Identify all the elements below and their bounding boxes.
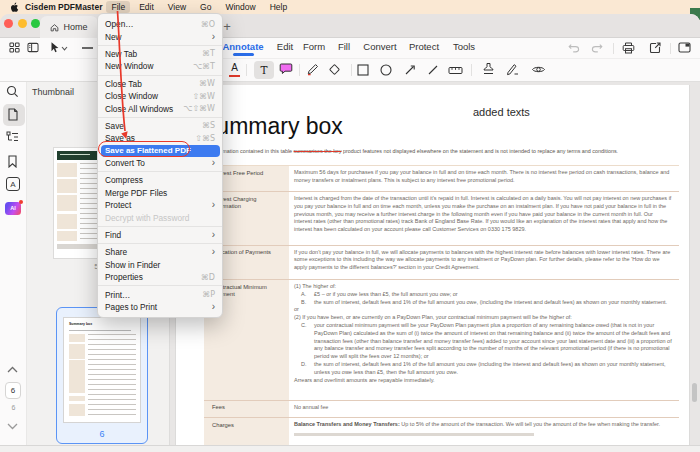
menu-item-compress[interactable]: Compress — [98, 174, 222, 186]
grid-view-icon[interactable] — [9, 42, 20, 53]
menu-item-show-in-finder[interactable]: Show in Finder — [98, 259, 222, 271]
minimize-window-button[interactable] — [18, 19, 27, 28]
page-thumbnails-icon[interactable] — [7, 108, 19, 121]
ribbon-tab-form[interactable]: Form — [303, 41, 325, 52]
menu-item-save[interactable]: Save⌘S — [98, 120, 222, 132]
apple-logo-icon[interactable] — [10, 2, 19, 13]
annotation-list-icon[interactable]: A — [6, 177, 20, 191]
outline-icon[interactable] — [6, 131, 19, 143]
ribbon-tab-annotate[interactable]: Annotate — [222, 41, 263, 52]
ribbon-tab-edit[interactable]: Edit — [277, 41, 293, 52]
menu-item-new-window[interactable]: New Window⌥⌘T — [98, 60, 222, 72]
thumbnail-panel-title: Thumbnail — [32, 87, 74, 97]
menubar-item-go[interactable]: Go — [195, 1, 216, 13]
share-icon[interactable] — [649, 42, 661, 54]
menu-item-close-window[interactable]: Close Window⇧⌘W — [98, 90, 222, 102]
home-icon — [50, 23, 59, 32]
table-row: Charges Balance Transfers and Money Tran… — [204, 418, 679, 446]
thumbnail-page-6-label: 6 — [56, 429, 148, 439]
ribbon-tab-protect[interactable]: Protect — [409, 41, 439, 52]
add-text-tool[interactable]: T — [254, 61, 274, 79]
table-row: Contractual Minimum Payment (1) The high… — [204, 280, 679, 401]
menubar-item-edit[interactable]: Edit — [134, 1, 159, 13]
page-total-label: 6 — [0, 404, 27, 411]
eraser-icon[interactable] — [328, 63, 341, 76]
line-shape-icon[interactable] — [427, 64, 439, 76]
ellipse-shape-icon[interactable] — [380, 64, 392, 76]
menubar-item-file[interactable]: File — [106, 1, 130, 13]
select-cursor-tool[interactable] — [49, 41, 60, 54]
signature-icon[interactable] — [505, 62, 520, 76]
pdf-page: added texts Summary box The information … — [175, 85, 690, 446]
menu-item-new[interactable]: New› — [98, 30, 222, 42]
pencil-icon[interactable] — [306, 62, 320, 76]
menubar-item-window[interactable]: Window — [220, 1, 260, 13]
measure-ruler-icon[interactable] — [448, 66, 463, 75]
bookmark-icon[interactable] — [7, 155, 18, 168]
annotate-active-underline — [233, 53, 254, 56]
file-menu: Open…⌘O New› New Tab⌘T New Window⌥⌘T Clo… — [97, 13, 223, 318]
table-row: Interest Free Period Maximum 56 days for… — [204, 166, 679, 192]
stamp-icon[interactable] — [482, 62, 495, 76]
undo-icon[interactable] — [568, 43, 580, 53]
arrow-shape-icon[interactable] — [404, 64, 416, 76]
menu-item-open[interactable]: Open…⌘O — [98, 18, 222, 30]
ribbon-tab-fill[interactable]: Fill — [338, 41, 350, 52]
menu-item-properties[interactable]: Properties⌘D — [98, 271, 222, 283]
red-highlight-oval — [98, 141, 190, 157]
tab-home-label: Home — [63, 22, 87, 32]
menu-item-find[interactable]: Find› — [98, 229, 222, 241]
show-hide-eye-icon[interactable] — [531, 64, 546, 75]
menubar-item-view[interactable]: View — [163, 1, 191, 13]
table-row: Fees No annual fee — [204, 401, 679, 419]
page-number-input[interactable]: 6 — [5, 382, 21, 399]
document-intro: The information contained in this table … — [201, 148, 618, 154]
zoom-out-button[interactable] — [82, 47, 93, 49]
ribbon-tab-convert[interactable]: Convert — [363, 41, 396, 52]
zoom-window-button[interactable] — [31, 19, 40, 28]
previous-page-chevron-icon[interactable] — [6, 366, 19, 374]
strikethrough-annotation: summarises the key — [294, 148, 342, 154]
sidebar-rail: A AI 6 6 — [0, 82, 27, 445]
menubar-item-help[interactable]: Help — [265, 1, 292, 13]
screen: Cisdem PDFMaster File Edit View Go Windo… — [0, 0, 700, 452]
summary-table: Interest Free Period Maximum 56 days for… — [204, 165, 679, 446]
close-window-button[interactable] — [4, 19, 13, 28]
menu-item-merge-pdf-files[interactable]: Merge PDF Files — [98, 187, 222, 199]
menu-item-pages-to-print[interactable]: Pages to Print› — [98, 301, 222, 313]
rectangle-shape-icon[interactable] — [357, 64, 369, 76]
vertical-scrollbar-thumb[interactable] — [692, 383, 697, 402]
menu-item-convert-to[interactable]: Convert To› — [98, 157, 222, 169]
menubar: Cisdem PDFMaster File Edit View Go Windo… — [0, 0, 700, 14]
menu-item-protect[interactable]: Protect› — [98, 199, 222, 211]
app-name: Cisdem PDFMaster — [25, 2, 102, 12]
menu-item-close-tab[interactable]: Close Tab⌘W — [98, 78, 222, 90]
thumbnail-page-6[interactable]: Summary box — [63, 317, 141, 423]
ai-tools-icon[interactable]: AI — [5, 202, 21, 215]
cursor-dropdown-chevron-icon[interactable] — [61, 46, 68, 51]
menu-item-new-tab[interactable]: New Tab⌘T — [98, 48, 222, 60]
menu-item-close-all-windows[interactable]: Close All Windows⌥⇧⌘W — [98, 102, 222, 114]
highlight-text-icon[interactable]: A — [228, 63, 241, 73]
comment-icon[interactable] — [279, 62, 293, 76]
table-row: Allocation of Payments If you don't pay … — [204, 246, 679, 281]
print-icon[interactable] — [622, 42, 635, 54]
status-bar — [0, 445, 700, 452]
redo-icon[interactable] — [591, 43, 603, 53]
menu-item-share[interactable]: Share› — [98, 246, 222, 258]
clipped-text-line — [294, 433, 534, 437]
tab-home[interactable]: Home — [40, 16, 98, 38]
document-area: added texts Summary box The information … — [170, 82, 700, 445]
menu-item-decrypt-with-password: Decrypt with Password — [98, 211, 222, 223]
table-row: Interest Charging Information Interest i… — [204, 192, 679, 246]
sidebar-toggle-icon[interactable] — [27, 42, 39, 53]
added-text-annotation[interactable]: added texts — [473, 106, 530, 118]
search-icon[interactable] — [6, 85, 19, 98]
menu-item-print[interactable]: Print…⌘P — [98, 288, 222, 300]
ribbon-tab-tools[interactable]: Tools — [453, 41, 475, 52]
panel-layout-icon[interactable] — [678, 42, 691, 53]
next-page-chevron-icon[interactable] — [6, 422, 19, 430]
